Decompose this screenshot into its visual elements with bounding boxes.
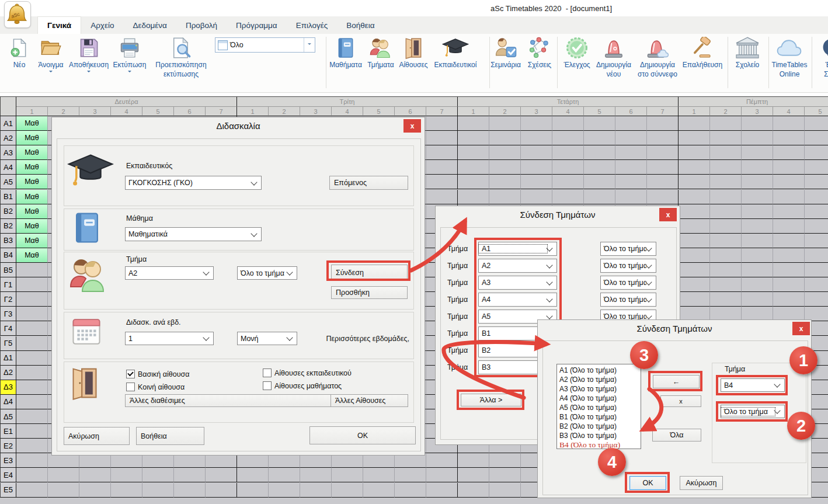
slot-cell[interactable] bbox=[237, 468, 269, 482]
class-scope-select[interactable]: Όλο το τμήμα bbox=[237, 266, 297, 280]
lesson-cell[interactable]: Μαθ bbox=[16, 204, 48, 219]
slot-cell[interactable] bbox=[647, 116, 679, 131]
tab-Βοήθεια[interactable]: Βοήθεια bbox=[337, 16, 384, 34]
row-label-E1[interactable]: E1 bbox=[0, 424, 16, 439]
slot-cell[interactable] bbox=[269, 453, 300, 468]
row-label-B2[interactable]: B2 bbox=[0, 204, 16, 219]
slot-cell[interactable] bbox=[16, 277, 48, 292]
slot-cell[interactable] bbox=[742, 160, 773, 175]
slot-cell[interactable] bbox=[206, 453, 237, 468]
slot-cell[interactable] bbox=[363, 483, 395, 498]
row-label-Δ2[interactable]: Δ2 bbox=[0, 366, 16, 380]
ribbon-button-classes[interactable]: Τμήματα bbox=[362, 36, 399, 69]
slot-cell[interactable] bbox=[269, 468, 300, 482]
chevron-down-icon[interactable] bbox=[128, 71, 131, 74]
slot-cell[interactable] bbox=[773, 263, 805, 277]
slot-cell[interactable] bbox=[805, 160, 828, 175]
slot-cell[interactable] bbox=[300, 483, 332, 498]
slot-cell[interactable] bbox=[742, 190, 773, 204]
slot-cell[interactable] bbox=[742, 116, 773, 131]
slot-cell[interactable] bbox=[584, 175, 615, 189]
slot-cell[interactable] bbox=[16, 336, 48, 351]
slot-cell[interactable] bbox=[742, 131, 773, 145]
slot-cell[interactable] bbox=[142, 468, 174, 482]
ribbon-button-verify[interactable]: Επαλήθευση bbox=[678, 36, 727, 69]
slot-cell[interactable] bbox=[773, 131, 805, 145]
slot-cell[interactable] bbox=[805, 248, 828, 263]
ribbon-button-subjects[interactable]: Μαθήματα bbox=[323, 36, 368, 69]
slot-cell[interactable] bbox=[805, 263, 828, 277]
close-icon[interactable]: x bbox=[792, 322, 810, 335]
slot-cell[interactable] bbox=[332, 468, 363, 482]
tab-Επιλογές[interactable]: Επιλογές bbox=[287, 16, 338, 34]
slot-cell[interactable] bbox=[395, 453, 426, 468]
slot-cell[interactable] bbox=[16, 321, 48, 336]
slot-cell[interactable] bbox=[742, 277, 773, 292]
lesson-cell[interactable]: Μαθ bbox=[16, 175, 48, 189]
row-label-Γ5[interactable]: Γ5 bbox=[0, 336, 16, 351]
tab-Πρόγραμμα[interactable]: Πρόγραμμα bbox=[227, 16, 287, 34]
slot-cell[interactable] bbox=[521, 190, 552, 204]
slot-cell[interactable] bbox=[679, 277, 710, 292]
slot-cell[interactable] bbox=[647, 190, 679, 204]
slot-cell[interactable] bbox=[48, 483, 79, 498]
slot-cell[interactable] bbox=[458, 453, 489, 468]
row-label-A5[interactable]: A5 bbox=[0, 175, 16, 189]
row-label-Γ1[interactable]: Γ1 bbox=[0, 277, 16, 292]
list-item[interactable]: B4 (Όλο το τμήμα) bbox=[559, 440, 641, 449]
weekly-count-select[interactable]: 1 bbox=[125, 332, 214, 345]
slot-cell[interactable] bbox=[710, 219, 742, 234]
slot-cell[interactable] bbox=[363, 468, 395, 482]
slot-cell[interactable] bbox=[142, 453, 174, 468]
slot-cell[interactable] bbox=[552, 175, 584, 189]
slot-cell[interactable] bbox=[584, 190, 615, 204]
slot-cell[interactable] bbox=[710, 292, 742, 307]
slot-cell[interactable] bbox=[489, 116, 521, 131]
slot-cell[interactable] bbox=[16, 263, 48, 277]
slot-cell[interactable] bbox=[521, 116, 552, 131]
slot-cell[interactable] bbox=[300, 468, 332, 482]
slot-cell[interactable] bbox=[679, 248, 710, 263]
slot-cell[interactable] bbox=[679, 204, 710, 219]
close-icon[interactable]: x bbox=[403, 119, 421, 133]
slot-cell[interactable] bbox=[615, 116, 647, 131]
slot-cell[interactable] bbox=[79, 453, 111, 468]
add-class-button[interactable]: Προσθήκη bbox=[331, 286, 408, 299]
slot-cell[interactable] bbox=[206, 468, 237, 482]
slot-cell[interactable] bbox=[458, 468, 489, 482]
slot-cell[interactable] bbox=[16, 351, 48, 366]
shared-room-checkbox[interactable]: Κοινή αίθουσα bbox=[126, 383, 185, 391]
slot-cell[interactable] bbox=[679, 160, 710, 175]
slot-cell[interactable] bbox=[805, 131, 828, 145]
slot-cell[interactable] bbox=[174, 483, 206, 498]
row-label-Γ2[interactable]: Γ2 bbox=[0, 292, 16, 307]
tab-Αρχείο[interactable]: Αρχείο bbox=[81, 16, 123, 34]
slot-cell[interactable] bbox=[773, 145, 805, 160]
list-item[interactable]: A3 (Όλο το τμήμα) bbox=[559, 384, 641, 394]
teacher-rooms-checkbox[interactable]: Αίθουσες εκπαιδευτικού bbox=[263, 369, 352, 377]
ribbon-button-new[interactable]: Νέο bbox=[4, 36, 34, 69]
slot-cell[interactable] bbox=[710, 234, 742, 248]
slot-cell[interactable] bbox=[710, 175, 742, 189]
slot-cell[interactable] bbox=[710, 145, 742, 160]
row-label-E2[interactable]: E2 bbox=[0, 439, 16, 453]
slot-cell[interactable] bbox=[426, 190, 458, 204]
tab-Γενικά[interactable]: Γενικά bbox=[37, 16, 81, 34]
other-available-button[interactable]: Άλλες διαθέσιμες bbox=[125, 394, 336, 407]
slot-cell[interactable] bbox=[615, 160, 647, 175]
slot-cell[interactable] bbox=[426, 175, 458, 189]
slot-cell[interactable] bbox=[16, 380, 48, 395]
slot-cell[interactable] bbox=[584, 116, 615, 131]
slot-cell[interactable] bbox=[363, 453, 395, 468]
list-item[interactable]: B3 (Όλο το τμήμα) bbox=[559, 431, 641, 440]
slot-cell[interactable] bbox=[615, 131, 647, 145]
slot-cell[interactable] bbox=[237, 483, 269, 498]
slot-cell[interactable] bbox=[584, 131, 615, 145]
scope-select-A3[interactable]: Όλο το τμήμα bbox=[600, 276, 656, 290]
slot-cell[interactable] bbox=[489, 453, 521, 468]
ribbon-button-rooms[interactable]: Αίθουσες bbox=[395, 36, 432, 69]
ribbon-button-save[interactable]: Αποθήκευση bbox=[65, 36, 113, 74]
slot-cell[interactable] bbox=[174, 453, 206, 468]
row-label-Δ3[interactable]: Δ3 bbox=[0, 380, 16, 395]
slot-cell[interactable] bbox=[710, 131, 742, 145]
